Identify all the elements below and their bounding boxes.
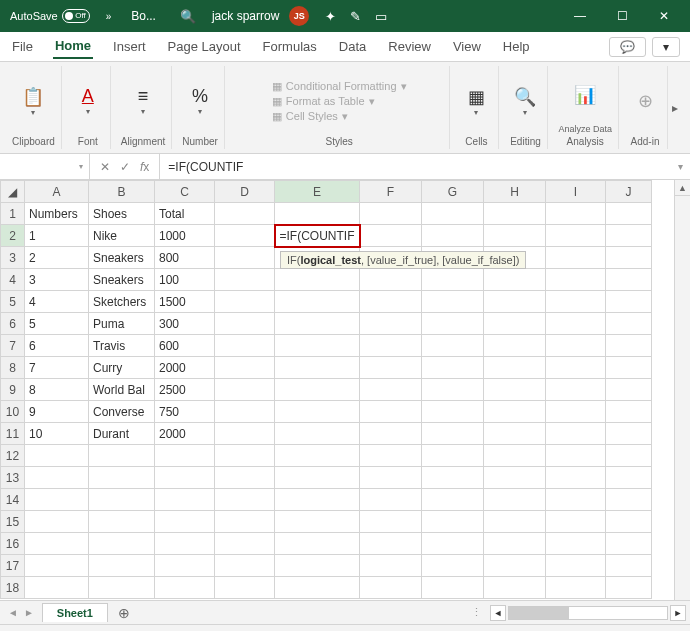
- cell-G5[interactable]: [422, 291, 484, 313]
- avatar[interactable]: JS: [289, 6, 309, 26]
- qat-overflow-icon[interactable]: »: [100, 11, 118, 22]
- row-header-4[interactable]: 4: [1, 269, 25, 291]
- add-sheet-button[interactable]: ⊕: [108, 605, 140, 621]
- cell-J1[interactable]: [606, 203, 652, 225]
- column-header-F[interactable]: F: [360, 181, 422, 203]
- cell-D8[interactable]: [215, 357, 275, 379]
- cell-A4[interactable]: 3: [25, 269, 89, 291]
- cell-A10[interactable]: 9: [25, 401, 89, 423]
- cell-C18[interactable]: [155, 577, 215, 599]
- cell-I5[interactable]: [546, 291, 606, 313]
- toggle-switch[interactable]: Off: [62, 9, 90, 23]
- cell-B17[interactable]: [89, 555, 155, 577]
- cell-G4[interactable]: [422, 269, 484, 291]
- cell-B14[interactable]: [89, 489, 155, 511]
- cell-F11[interactable]: [360, 423, 422, 445]
- cell-I8[interactable]: [546, 357, 606, 379]
- enter-icon[interactable]: ✓: [120, 160, 130, 174]
- cell-A16[interactable]: [25, 533, 89, 555]
- cell-C14[interactable]: [155, 489, 215, 511]
- cell-C5[interactable]: 1500: [155, 291, 215, 313]
- close-button[interactable]: ✕: [644, 0, 684, 32]
- cell-J16[interactable]: [606, 533, 652, 555]
- cell-B10[interactable]: Converse: [89, 401, 155, 423]
- cell-I9[interactable]: [546, 379, 606, 401]
- cell-F7[interactable]: [360, 335, 422, 357]
- cell-C11[interactable]: 2000: [155, 423, 215, 445]
- vertical-scrollbar[interactable]: ▲: [674, 180, 690, 600]
- cell-C16[interactable]: [155, 533, 215, 555]
- cell-G12[interactable]: [422, 445, 484, 467]
- cell-G8[interactable]: [422, 357, 484, 379]
- cell-E11[interactable]: [275, 423, 360, 445]
- cell-C12[interactable]: [155, 445, 215, 467]
- row-header-18[interactable]: 18: [1, 577, 25, 599]
- cell-F13[interactable]: [360, 467, 422, 489]
- cell-J15[interactable]: [606, 511, 652, 533]
- conditional-formatting-button[interactable]: ▦ Conditional Formatting ▾: [272, 80, 407, 93]
- cell-J4[interactable]: [606, 269, 652, 291]
- cell-C10[interactable]: 750: [155, 401, 215, 423]
- row-header-11[interactable]: 11: [1, 423, 25, 445]
- addins-icon[interactable]: ⊕: [629, 85, 661, 117]
- cell-J2[interactable]: [606, 225, 652, 247]
- cell-I18[interactable]: [546, 577, 606, 599]
- cell-H18[interactable]: [484, 577, 546, 599]
- cell-F17[interactable]: [360, 555, 422, 577]
- formula-expand-icon[interactable]: ▾: [670, 161, 690, 172]
- name-box-dropdown-icon[interactable]: ▾: [79, 162, 83, 171]
- scroll-left-icon[interactable]: ◄: [490, 605, 506, 621]
- cell-D17[interactable]: [215, 555, 275, 577]
- cancel-icon[interactable]: ✕: [100, 160, 110, 174]
- cell-J3[interactable]: [606, 247, 652, 269]
- cell-F2[interactable]: [360, 225, 422, 247]
- row-header-13[interactable]: 13: [1, 467, 25, 489]
- cell-D2[interactable]: [215, 225, 275, 247]
- cell-D18[interactable]: [215, 577, 275, 599]
- scroll-right-icon[interactable]: ►: [670, 605, 686, 621]
- cell-G13[interactable]: [422, 467, 484, 489]
- tab-formulas[interactable]: Formulas: [261, 35, 319, 58]
- cell-D13[interactable]: [215, 467, 275, 489]
- scroll-up-icon[interactable]: ▲: [675, 180, 690, 196]
- cell-I6[interactable]: [546, 313, 606, 335]
- cell-F16[interactable]: [360, 533, 422, 555]
- cell-B9[interactable]: World Bal: [89, 379, 155, 401]
- cell-G1[interactable]: [422, 203, 484, 225]
- cell-H2[interactable]: [484, 225, 546, 247]
- cell-C8[interactable]: 2000: [155, 357, 215, 379]
- tab-page-layout[interactable]: Page Layout: [166, 35, 243, 58]
- number-icon[interactable]: %▾: [184, 85, 216, 117]
- cell-C13[interactable]: [155, 467, 215, 489]
- cell-I10[interactable]: [546, 401, 606, 423]
- cell-E4[interactable]: [275, 269, 360, 291]
- cell-B16[interactable]: [89, 533, 155, 555]
- cell-E6[interactable]: [275, 313, 360, 335]
- cell-J10[interactable]: [606, 401, 652, 423]
- cell-A9[interactable]: 8: [25, 379, 89, 401]
- cell-E10[interactable]: [275, 401, 360, 423]
- cell-J13[interactable]: [606, 467, 652, 489]
- cell-J7[interactable]: [606, 335, 652, 357]
- cell-A15[interactable]: [25, 511, 89, 533]
- column-header-H[interactable]: H: [484, 181, 546, 203]
- row-header-10[interactable]: 10: [1, 401, 25, 423]
- cell-B6[interactable]: Puma: [89, 313, 155, 335]
- cell-J14[interactable]: [606, 489, 652, 511]
- column-header-I[interactable]: I: [546, 181, 606, 203]
- sparkle-icon[interactable]: ✎: [350, 9, 361, 24]
- cell-E1[interactable]: [275, 203, 360, 225]
- row-header-3[interactable]: 3: [1, 247, 25, 269]
- cell-C3[interactable]: 800: [155, 247, 215, 269]
- cell-J5[interactable]: [606, 291, 652, 313]
- alignment-icon[interactable]: ≡▾: [127, 85, 159, 117]
- cell-H6[interactable]: [484, 313, 546, 335]
- cell-B12[interactable]: [89, 445, 155, 467]
- cell-B15[interactable]: [89, 511, 155, 533]
- cell-A13[interactable]: [25, 467, 89, 489]
- row-header-17[interactable]: 17: [1, 555, 25, 577]
- cell-I3[interactable]: [546, 247, 606, 269]
- font-icon[interactable]: A▾: [72, 85, 104, 117]
- cell-F15[interactable]: [360, 511, 422, 533]
- cell-I7[interactable]: [546, 335, 606, 357]
